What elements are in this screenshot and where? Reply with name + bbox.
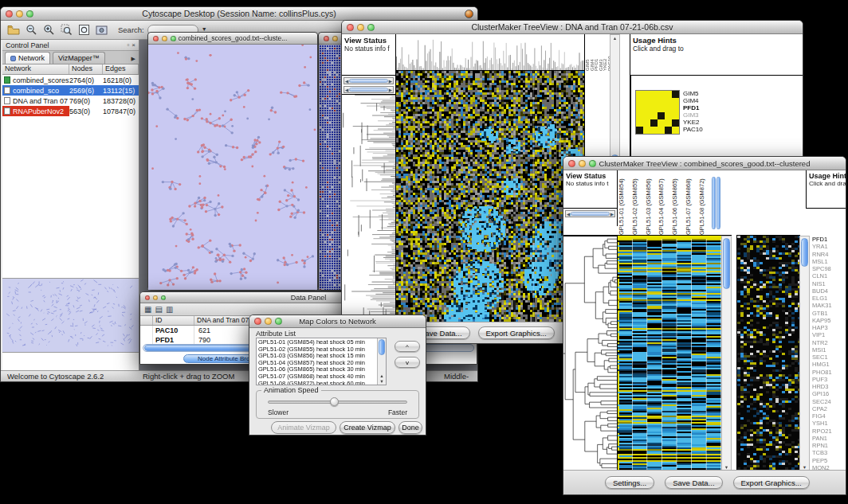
network-canvas[interactable] bbox=[148, 45, 317, 290]
slider-thumb[interactable] bbox=[349, 88, 388, 92]
gene-label[interactable]: NTR2 bbox=[812, 339, 846, 346]
treeview-combined-titlebar[interactable]: ClusterMaker TreeView : combined_scores_… bbox=[563, 157, 846, 170]
close-button[interactable] bbox=[153, 36, 159, 41]
column-label[interactable]: GPL51-08 (GSM872) bbox=[698, 170, 712, 235]
gene-label[interactable]: BUD4 bbox=[812, 287, 846, 295]
zoom-window-button[interactable] bbox=[26, 10, 33, 18]
zoom-window-button[interactable] bbox=[275, 318, 282, 325]
tab-overflow-icon[interactable]: ▶ bbox=[132, 56, 139, 64]
gene-label[interactable]: RNR4 bbox=[812, 251, 846, 258]
matrix-cell[interactable] bbox=[636, 91, 643, 98]
gene-label[interactable]: PEP5 bbox=[812, 457, 846, 464]
secondary-heatmap-canvas[interactable] bbox=[737, 236, 799, 471]
scroll-thumb[interactable] bbox=[723, 238, 730, 289]
gene-label[interactable]: PUF3 bbox=[812, 376, 846, 383]
network-row[interactable]: combined_sco 2569(6) 13112(15) bbox=[2, 85, 139, 96]
matrix-cell[interactable] bbox=[650, 112, 658, 119]
matrix-cell[interactable] bbox=[650, 105, 658, 112]
column-label[interactable]: GPL51-01 (GSM854) bbox=[618, 170, 631, 235]
tab-vizmapper[interactable]: VizMapper™ bbox=[53, 52, 105, 64]
close-button[interactable] bbox=[347, 24, 354, 31]
matrix-cell[interactable] bbox=[665, 112, 672, 119]
scroll-thumb[interactable] bbox=[801, 238, 808, 267]
attribute-item[interactable]: GPL51-03 (GSM856) heat shock 15 min bbox=[258, 353, 376, 360]
close-button[interactable] bbox=[568, 160, 575, 167]
heatmap-canvas[interactable] bbox=[618, 236, 721, 471]
right-arrow-icon[interactable]: ▶ bbox=[389, 88, 392, 92]
gene-label[interactable]: YKE2 bbox=[683, 119, 703, 126]
attribute-item[interactable]: GPL51-07 (GSM868) heat shock 40 min bbox=[258, 373, 376, 381]
gene-label[interactable]: FIG4 bbox=[812, 412, 846, 420]
matrix-cell[interactable] bbox=[636, 112, 643, 119]
gene-label[interactable]: CLN1 bbox=[812, 272, 846, 279]
close-button[interactable] bbox=[6, 10, 13, 18]
network-row[interactable]: DNA and Tran 07 769(0) 183728(0) bbox=[2, 96, 139, 106]
animate-vizmap-button[interactable]: Animate Vizmap bbox=[271, 421, 336, 434]
slider-thumb[interactable] bbox=[571, 212, 610, 216]
matrix-cell[interactable] bbox=[658, 105, 665, 112]
header-edges[interactable]: Edges bbox=[103, 64, 139, 74]
matrix-cell[interactable] bbox=[672, 98, 679, 105]
left-arrow-icon[interactable]: ◀ bbox=[345, 88, 348, 92]
move-down-button[interactable]: v bbox=[395, 357, 420, 368]
column-label[interactable]: GPL51-04 (GSM857) bbox=[658, 170, 671, 235]
overview-canvas[interactable] bbox=[2, 279, 138, 352]
gene-label[interactable]: GPI16 bbox=[812, 390, 846, 397]
list-scrollbar[interactable]: ▲ ▼ bbox=[377, 338, 386, 385]
float-panel-icon[interactable]: ▫ bbox=[127, 41, 129, 49]
scroll-thumb[interactable] bbox=[379, 339, 385, 355]
gene-label[interactable]: GTB1 bbox=[812, 310, 846, 317]
zoom-window-button[interactable] bbox=[589, 160, 596, 167]
column-dendrogram-canvas[interactable] bbox=[396, 34, 584, 71]
table-mode-icon[interactable]: ▤ bbox=[155, 305, 162, 314]
matrix-cell[interactable] bbox=[636, 119, 643, 127]
gene-label[interactable]: ELG1 bbox=[812, 295, 846, 302]
minimize-button[interactable] bbox=[162, 36, 167, 41]
matrix-cell[interactable] bbox=[658, 119, 665, 127]
network-row[interactable]: combined_scores 2764(0) 16218(0) bbox=[2, 75, 139, 85]
matrix-cell[interactable] bbox=[643, 112, 650, 119]
header-nodes[interactable]: Nodes bbox=[69, 64, 103, 74]
gene-label[interactable]: SPC98 bbox=[812, 265, 846, 272]
matrix-cell[interactable] bbox=[650, 119, 658, 127]
matrix-cell[interactable] bbox=[650, 127, 658, 134]
zoom-out-icon[interactable] bbox=[24, 23, 38, 37]
gene-label[interactable]: PFD1 bbox=[683, 104, 703, 111]
close-button[interactable] bbox=[254, 318, 261, 325]
gene-label[interactable]: YRA1 bbox=[812, 243, 846, 250]
minimize-button[interactable] bbox=[153, 295, 158, 300]
gene-label[interactable]: GIM5 bbox=[683, 90, 703, 97]
row-dendrogram-canvas[interactable] bbox=[342, 95, 396, 323]
gene-label[interactable]: PHO81 bbox=[812, 369, 846, 376]
header-id[interactable]: ID bbox=[153, 316, 194, 325]
gene-label[interactable]: MSI1 bbox=[812, 346, 846, 354]
slider-thumb[interactable] bbox=[349, 79, 388, 83]
dialog-titlebar[interactable]: Map Colors to Network bbox=[249, 315, 426, 328]
minimize-button[interactable] bbox=[16, 10, 23, 18]
gene-label[interactable]: HMG1 bbox=[812, 361, 846, 368]
matrix-cell[interactable] bbox=[672, 119, 679, 127]
gene-label[interactable]: PAC10 bbox=[683, 126, 703, 133]
column-label[interactable]: PFD1 bbox=[594, 36, 599, 71]
gene-label[interactable]: MSL1 bbox=[812, 258, 846, 265]
snapshot-icon[interactable] bbox=[94, 23, 108, 37]
gene-label[interactable]: PFD1 bbox=[812, 236, 846, 243]
matrix-cell[interactable] bbox=[658, 112, 665, 119]
attribute-item[interactable]: GPL51-04 (GSM857) heat shock 20 min bbox=[258, 360, 376, 367]
right-arrow-icon[interactable]: ▶ bbox=[610, 212, 614, 217]
matrix-icon[interactable]: ▥ bbox=[166, 305, 173, 314]
close-panel-icon[interactable]: × bbox=[132, 41, 135, 49]
matrix-cell[interactable] bbox=[643, 91, 650, 98]
gene-label[interactable]: HAP3 bbox=[812, 324, 846, 331]
treeview-button[interactable]: Export Graphics... bbox=[478, 326, 555, 339]
zoom-window-button[interactable] bbox=[171, 36, 176, 41]
gene-label[interactable]: MAK31 bbox=[812, 302, 846, 309]
right-arrow-icon[interactable]: ▶ bbox=[389, 79, 392, 84]
matrix-cell[interactable] bbox=[636, 98, 643, 105]
gene-label[interactable]: HRD3 bbox=[812, 383, 846, 390]
treeview-dna-titlebar[interactable]: ClusterMaker TreeView : DNA and Tran 07-… bbox=[342, 21, 803, 34]
move-up-button[interactable]: ^ bbox=[395, 341, 420, 352]
attribute-item[interactable]: GPL51-06 (GSM865) heat shock 30 min bbox=[258, 366, 376, 373]
matrix-cell[interactable] bbox=[636, 105, 643, 112]
column-label[interactable]: GIM5 bbox=[585, 36, 590, 71]
